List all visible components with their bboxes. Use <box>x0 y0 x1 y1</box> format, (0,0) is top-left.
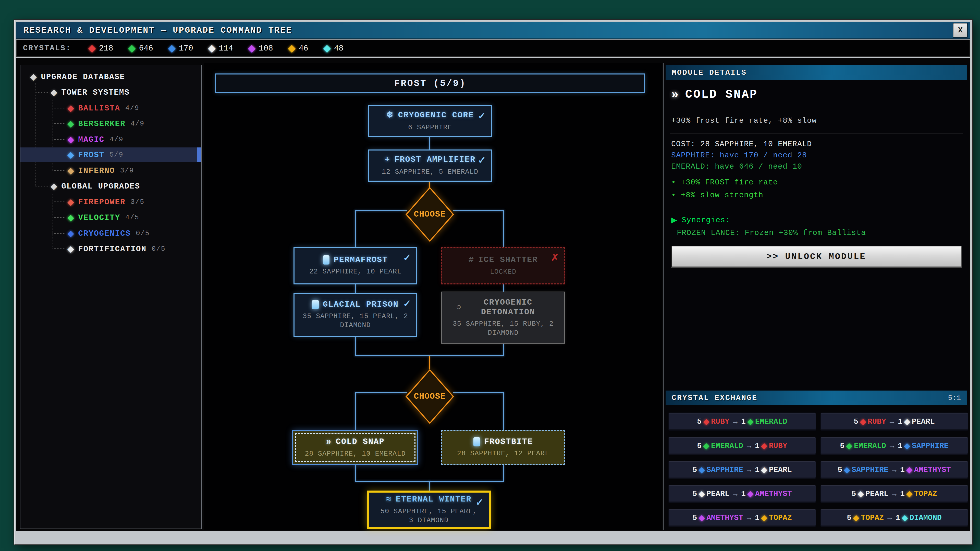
topaz-gem-icon: ◆ <box>761 513 767 523</box>
exchange-topaz-to-diamond[interactable]: 5◆TOPAZ→1◆DIAMOND <box>821 509 968 527</box>
pearl-gem-icon: ◆ <box>858 489 864 499</box>
module-details-panel: MODULE DETAILS » COLD SNAP +30% frost fi… <box>663 63 969 530</box>
gem-icon: ◆ <box>67 118 74 129</box>
sapphire-gem-icon: ◆ <box>844 465 850 475</box>
gem-icon: ◆ <box>51 181 57 192</box>
choose-marker: CHOOSE <box>406 369 454 424</box>
diamond-gem-icon: ◆ <box>902 513 908 523</box>
requirement-emerald: EMERALD: have 646 / need 10 <box>671 162 802 171</box>
upgrade-tree-canvas: FROST (5/9) ❄CRYOGENIC CORE 6 SAPPH <box>204 63 662 530</box>
module-effect: • +8% slow strength <box>671 191 763 200</box>
upgrade-database-panel: ◆ UPGRADE DATABASE ◆ TOWER SYSTEMS ◆ BAL… <box>20 65 202 529</box>
exchange-emerald-to-ruby[interactable]: 5◆EMERALD→1◆RUBY <box>669 437 816 454</box>
sidebar-item-berserker[interactable]: ◆ BERSERKER 4/9 <box>21 116 201 131</box>
resource-pearl: ◆114 <box>208 42 233 55</box>
resource-amethyst: ◆108 <box>248 42 273 55</box>
unlock-module-button[interactable]: >> UNLOCK MODULE <box>671 246 961 267</box>
pearl-gem-icon: ◆ <box>761 465 767 475</box>
amethyst-gem-icon: ◆ <box>747 489 754 499</box>
node-frostbite[interactable]: FROSTBITE 28 SAPPHIRE, 12 PEARL <box>441 430 565 465</box>
synergy-line: FROZEN LANCE: Frozen +30% from Ballista <box>677 229 866 237</box>
check-icon: ✓ <box>478 155 486 166</box>
exchange-sapphire-to-pearl[interactable]: 5◆SAPPHIRE→1◆PEARL <box>669 461 816 478</box>
sidebar-item-cryogenics[interactable]: ◆ CRYOGENICS 0/5 <box>21 226 201 241</box>
pearl-gem-icon: ◆ <box>698 489 705 499</box>
node-glacial-prison[interactable]: GLACIAL PRISON 35 SAPPHIRE, 15 PEARL, 2 … <box>293 293 417 337</box>
connector-line <box>503 392 504 430</box>
emerald-gem-icon: ◆ <box>703 441 710 451</box>
arrow-right-icon: → <box>747 465 751 474</box>
arrow-right-icon: → <box>747 513 751 522</box>
sidebar-item-velocity[interactable]: ◆ VELOCITY 4/5 <box>21 210 201 225</box>
exchange-sapphire-to-amethyst[interactable]: 5◆SAPPHIRE→1◆AMETHYST <box>821 461 968 478</box>
exchange-pearl-to-amethyst[interactable]: 5◆PEARL→1◆AMETHYST <box>669 485 816 503</box>
plus-icon: + <box>385 155 390 165</box>
gem-icon: ◆ <box>67 212 74 223</box>
node-permafrost[interactable]: PERMAFROST 22 SAPPHIRE, 10 PEARL ✓ <box>293 247 417 284</box>
check-icon: ✓ <box>476 497 484 508</box>
resource-emerald: ◆646 <box>128 42 153 55</box>
main-content: ◆ UPGRADE DATABASE ◆ TOWER SYSTEMS ◆ BAL… <box>16 58 970 531</box>
waves-icon: ≈ <box>386 494 391 505</box>
ice-block-icon <box>312 300 319 309</box>
check-icon: ✓ <box>403 252 411 264</box>
amethyst-gem-icon: ◆ <box>698 513 705 523</box>
resource-topaz: ◆46 <box>288 42 308 55</box>
tree-title: FROST (5/9) <box>215 73 645 94</box>
sidebar-item-upgrade-database[interactable]: ◆ UPGRADE DATABASE <box>21 69 201 84</box>
play-icon: ▶ <box>671 215 677 225</box>
connector-line <box>503 465 504 481</box>
ice-block-icon <box>323 256 329 265</box>
close-button[interactable]: X <box>953 23 967 38</box>
module-title: » COLD SNAP <box>671 88 758 102</box>
pearl-gem-icon: ◆ <box>208 42 216 55</box>
resource-sapphire: ◆170 <box>168 42 193 55</box>
connector-line <box>453 210 504 211</box>
sidebar-item-inferno[interactable]: ◆ INFERNO 3/9 <box>21 163 201 178</box>
synergies-label: ▶ Synergies: <box>671 215 730 225</box>
ruby-gem-icon: ◆ <box>88 42 96 55</box>
amethyst-gem-icon: ◆ <box>906 465 913 475</box>
connector-line <box>429 481 430 491</box>
connector-line <box>503 284 504 292</box>
requirement-sapphire: SAPPHIRE: have 170 / need 28 <box>671 151 807 160</box>
exchange-emerald-to-sapphire[interactable]: 5◆EMERALD→1◆SAPPHIRE <box>821 437 968 454</box>
exchange-ruby-to-pearl[interactable]: 5◆RUBY→1◆PEARL <box>821 413 968 430</box>
sidebar-item-tower-systems[interactable]: ◆ TOWER SYSTEMS <box>21 85 201 100</box>
node-cryogenic-core[interactable]: ❄CRYOGENIC CORE 6 SAPPHIRE ✓ <box>368 105 492 137</box>
emerald-gem-icon: ◆ <box>846 441 853 451</box>
resource-bar-label: CRYSTALS: <box>23 44 71 52</box>
sidebar-item-fortification[interactable]: ◆ FORTIFICATION 0/5 <box>21 241 201 256</box>
sidebar-item-frost[interactable]: ◆ FROST 5/9 <box>21 148 201 162</box>
topaz-gem-icon: ◆ <box>288 42 296 55</box>
arrow-right-icon: → <box>890 441 894 450</box>
amethyst-gem-icon: ◆ <box>248 42 256 55</box>
module-summary: +30% frost fire rate, +8% slow <box>671 116 817 125</box>
gem-icon: ◆ <box>67 197 74 207</box>
node-cold-snap[interactable]: »COLD SNAP 28 SAPPHIRE, 10 EMERALD <box>292 430 418 465</box>
chevrons-icon: » <box>671 88 679 102</box>
resource-bar: CRYSTALS: ◆218 ◆646 ◆170 ◆114 ◆108 ◆46 ◆… <box>16 40 970 57</box>
exchange-ruby-to-emerald[interactable]: 5◆RUBY→1◆EMERALD <box>669 413 816 430</box>
crystal-exchange-grid: 5◆RUBY→1◆EMERALD 5◆RUBY→1◆PEARL 5◆EMERAL… <box>663 405 969 530</box>
crystal-exchange-header: CRYSTAL EXCHANGE 5:1 <box>666 391 967 405</box>
check-icon: ✓ <box>403 298 411 310</box>
sidebar-item-global-upgrades[interactable]: ◆ GLOBAL UPGRADES <box>21 179 201 194</box>
node-cryogenic-detonation[interactable]: ○CRYOGENIC DETONATION 35 SAPPHIRE, 15 RU… <box>441 292 565 344</box>
exchange-amethyst-to-topaz[interactable]: 5◆AMETHYST→1◆TOPAZ <box>669 509 816 527</box>
node-eternal-winter[interactable]: ≈ETERNAL WINTER 50 SAPPHIRE, 15 PEARL, 3… <box>367 491 491 529</box>
exchange-pearl-to-topaz[interactable]: 5◆PEARL→1◆TOPAZ <box>821 485 968 503</box>
title-bar: RESEARCH & DEVELOPMENT — UPGRADE COMMAND… <box>16 22 970 39</box>
sapphire-gem-icon: ◆ <box>904 441 910 451</box>
chevrons-icon: » <box>326 437 331 447</box>
node-ice-shatter[interactable]: #ICE SHATTER LOCKED ✗ <box>441 247 565 284</box>
sidebar-item-ballista[interactable]: ◆ BALLISTA 4/9 <box>21 101 201 116</box>
resource-diamond: ◆48 <box>323 42 344 55</box>
sidebar-item-firepower[interactable]: ◆ FIREPOWER 3/5 <box>21 195 201 210</box>
sidebar-item-magic[interactable]: ◆ MAGIC 4/9 <box>21 132 201 147</box>
emerald-gem-icon: ◆ <box>747 416 754 427</box>
gem-icon: ◆ <box>67 103 74 114</box>
node-frost-amplifier[interactable]: +FROST AMPLIFIER 12 SAPPHIRE, 5 EMERALD … <box>368 149 492 182</box>
exchange-ratio: 5:1 <box>948 394 961 402</box>
connector-line <box>429 356 430 369</box>
